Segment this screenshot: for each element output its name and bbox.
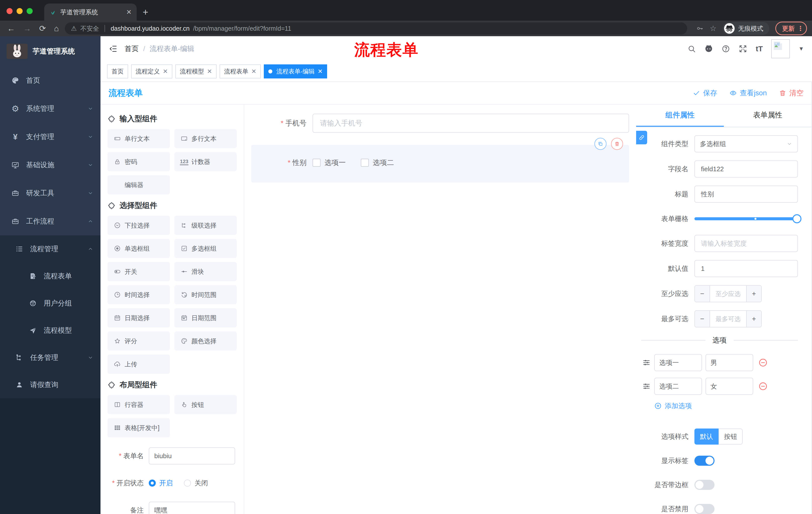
back-icon[interactable]: ←: [7, 24, 15, 32]
option-value-input[interactable]: [705, 354, 753, 371]
form-grid-slider[interactable]: [694, 211, 798, 227]
component-chip-编辑器[interactable]: 编辑器: [108, 175, 170, 194]
slider-handle[interactable]: [792, 214, 802, 223]
component-chip-评分[interactable]: 评分: [108, 331, 170, 351]
component-chip-级联选择[interactable]: 级联选择: [174, 216, 237, 235]
component-chip-时间选择[interactable]: 时间选择: [108, 285, 170, 304]
sidebar-item-研发工具[interactable]: 研发工具: [0, 179, 100, 207]
clear-button[interactable]: 清空: [779, 88, 804, 98]
avatar[interactable]: [771, 39, 790, 58]
sidebar-item-支付管理[interactable]: ¥ 支付管理: [0, 123, 100, 151]
phone-field-row[interactable]: 手机号: [251, 114, 629, 133]
tab-form-props[interactable]: 表单属性: [724, 105, 812, 127]
style-button-button[interactable]: 按钮: [719, 429, 743, 444]
status-on-radio[interactable]: 开启: [149, 475, 173, 492]
tag-close-icon[interactable]: ✕: [207, 68, 212, 75]
forward-icon[interactable]: →: [23, 24, 31, 32]
component-chip-开关[interactable]: 开关: [108, 262, 170, 281]
drag-handle-icon[interactable]: [642, 358, 651, 367]
toggle-是否带边框[interactable]: [694, 480, 715, 490]
sidebar-item-请假查询[interactable]: 请假查询: [0, 371, 100, 398]
label-width-input[interactable]: [700, 239, 792, 248]
view-tag-流程定义[interactable]: 流程定义 ✕: [131, 64, 172, 78]
window-close-button[interactable]: [6, 8, 12, 14]
save-button[interactable]: 保存: [693, 88, 717, 98]
style-default-button[interactable]: 默认: [694, 429, 719, 444]
title-input[interactable]: [700, 190, 792, 199]
phone-input[interactable]: [319, 119, 622, 128]
sidebar-item-流程模型[interactable]: 流程模型: [0, 317, 100, 344]
sidebar-item-任务管理[interactable]: 任务管理: [0, 344, 100, 371]
component-chip-密码[interactable]: 密码: [108, 152, 170, 171]
component-chip-下拉选择[interactable]: 下拉选择: [108, 216, 170, 235]
component-chip-多选框组[interactable]: 多选框组: [174, 239, 237, 258]
stepper-plus-button[interactable]: +: [746, 286, 761, 302]
font-size-icon[interactable]: tT: [756, 45, 763, 53]
field-name-input[interactable]: [700, 165, 792, 173]
drag-handle-icon[interactable]: [642, 382, 651, 390]
component-chip-行容器[interactable]: 行容器: [108, 395, 170, 414]
window-maximize-button[interactable]: [27, 8, 33, 14]
tab-component-props[interactable]: 组件属性: [636, 105, 724, 127]
component-chip-日期选择[interactable]: 日期选择: [108, 308, 170, 327]
tag-close-icon[interactable]: ✕: [163, 68, 168, 75]
home-icon[interactable]: ⌂: [54, 24, 59, 32]
browser-menu-icon[interactable]: ⋮: [797, 25, 804, 32]
breadcrumb-home[interactable]: 首页: [125, 44, 139, 54]
remove-option-icon[interactable]: [758, 381, 768, 391]
component-chip-表格[开发中][interactable]: 表格[开发中]: [108, 418, 170, 437]
search-icon[interactable]: [687, 45, 696, 53]
option-label-input[interactable]: [654, 378, 702, 395]
stepper-plus-button[interactable]: +: [746, 311, 761, 327]
copy-component-button[interactable]: [594, 138, 607, 150]
form-canvas[interactable]: 手机号 性别 选项一: [244, 105, 636, 514]
view-tag-首页[interactable]: 首页: [107, 64, 128, 78]
github-icon[interactable]: [704, 45, 713, 53]
checkbox[interactable]: [313, 159, 321, 167]
component-chip-单选框组[interactable]: 单选框组: [108, 239, 170, 258]
sidebar-item-流程管理[interactable]: 流程管理: [0, 235, 100, 263]
remark-textarea[interactable]: 嘿嘿: [149, 502, 235, 514]
component-chip-计数器[interactable]: 123 计数器: [174, 152, 237, 171]
collapse-sidebar-icon[interactable]: [109, 44, 118, 53]
stepper-placeholder[interactable]: 至少应选: [710, 286, 746, 302]
toggle-显示标签[interactable]: [694, 456, 715, 466]
view-tag-流程模型[interactable]: 流程模型 ✕: [175, 64, 216, 78]
tag-close-icon[interactable]: ✕: [318, 68, 323, 75]
view-tag-流程表单-编辑[interactable]: 流程表单-编辑 ✕: [264, 64, 327, 78]
window-minimize-button[interactable]: [17, 8, 23, 14]
component-chip-滑块[interactable]: 滑块: [174, 262, 237, 281]
gender-field-block-selected[interactable]: 性别 选项一 选项二: [251, 145, 629, 183]
tag-close-icon[interactable]: ✕: [251, 68, 256, 75]
sidebar-item-用户分组[interactable]: 用户分组: [0, 290, 100, 317]
stepper-minus-button[interactable]: −: [695, 311, 710, 327]
app-logo[interactable]: 芋道管理系统: [0, 36, 100, 66]
form-name-input[interactable]: [149, 448, 235, 464]
view-json-button[interactable]: 查看json: [729, 88, 767, 98]
component-chip-按钮[interactable]: 按钮: [174, 395, 237, 414]
component-chip-上传[interactable]: 上传: [108, 355, 170, 374]
status-off-radio[interactable]: 关闭: [184, 475, 208, 492]
window-controls[interactable]: [0, 1, 39, 21]
avatar-caret-icon[interactable]: ▼: [799, 46, 804, 52]
component-chip-颜色选择[interactable]: 颜色选择: [174, 331, 237, 351]
gender-option-选项二[interactable]: 选项二: [361, 158, 394, 167]
stepper-placeholder[interactable]: 最多可选: [710, 311, 746, 327]
tab-close-icon[interactable]: ✕: [126, 8, 132, 16]
fullscreen-icon[interactable]: [738, 45, 747, 53]
bookmark-star-icon[interactable]: ☆: [710, 25, 717, 32]
sidebar-item-首页[interactable]: 首页: [0, 66, 100, 94]
component-chip-时间范围[interactable]: 时间范围: [174, 285, 237, 304]
sidebar-item-系统管理[interactable]: ⚙ 系统管理: [0, 94, 100, 123]
browser-tab[interactable]: 芋道管理系统 ✕: [44, 3, 137, 21]
checkbox[interactable]: [361, 159, 369, 167]
view-tag-流程表单[interactable]: 流程表单 ✕: [220, 64, 261, 78]
address-bar[interactable]: ⚠ 不安全 dashboard.yudao.iocoder.cn/bpm/man…: [65, 22, 687, 34]
component-chip-单行文本[interactable]: 单行文本: [108, 129, 170, 148]
new-tab-button[interactable]: +: [143, 7, 148, 18]
toggle-是否禁用[interactable]: [694, 504, 715, 514]
component-chip-多行文本[interactable]: 多行文本: [174, 129, 237, 148]
component-type-select[interactable]: 多选框组: [694, 135, 798, 153]
gender-option-选项一[interactable]: 选项一: [313, 158, 346, 167]
default-value-input[interactable]: [700, 264, 792, 273]
